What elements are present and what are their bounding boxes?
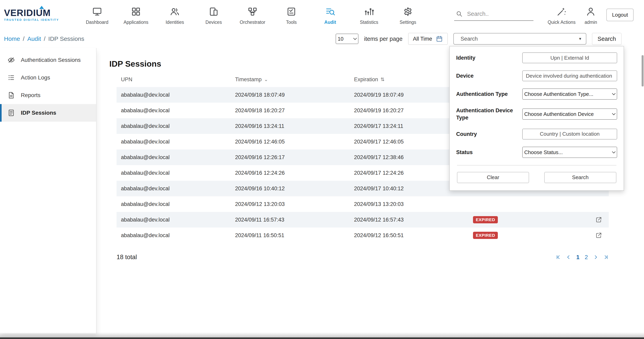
previous-page-button[interactable] [566,255,571,260]
nav-item-dashboard[interactable]: Dashboard [78,5,116,25]
nav-item-identities[interactable]: Identities [156,5,194,25]
device-input[interactable] [522,70,617,81]
status-badge-expired: EXPIRED [473,232,498,239]
timestamp-cell: 2024/09/11 16:50:51 [235,232,354,239]
logout-button[interactable]: Logout [606,8,634,21]
table-search-button[interactable]: Search [592,33,622,45]
breadcrumb-audit-link[interactable]: Audit [27,35,41,42]
statistics-icon [364,6,374,17]
nav-item-devices[interactable]: Devices [194,5,233,25]
identity-input[interactable] [522,52,617,63]
document-lines-icon [7,109,15,117]
quick-actions-label: Quick Actions [548,20,576,25]
logo-tagline: TRUSTED DIGITAL IDENTITY [4,18,65,21]
breadcrumb-current: IDP Sessions [48,35,84,42]
timestamp-cell: 2024/09/16 12:26:17 [235,154,354,160]
table-row: ababalau@dev.local 2024/09/11 16:57:43 2… [116,212,609,228]
items-per-page-select[interactable]: 10 [336,34,358,44]
global-search-input[interactable] [466,10,532,17]
veridium-logo[interactable]: VERIDIUM TRUSTED DIGITAL IDENTITY [4,8,65,21]
breadcrumb: Home / Audit / IDP Sessions [4,35,84,42]
upn-cell: ababalau@dev.local [121,232,235,239]
scrollbar-thumb[interactable] [642,55,644,86]
nav-item-statistics[interactable]: Statistics [350,5,388,25]
nav-label: Audit [324,20,336,25]
device-label: Device [456,72,517,79]
column-header-timestamp[interactable]: Timestamp⌄ [235,76,354,83]
upn-cell: ababalau@dev.local [121,170,235,176]
filter-row-country: Country [456,129,617,139]
status-cell: EXPIRED [473,216,589,223]
applications-icon [131,6,141,17]
timestamp-cell: 2024/09/16 13:24:11 [235,123,354,129]
timestamp-cell: 2024/09/16 12:24:26 [235,170,354,176]
column-header-upn[interactable]: UPN [121,76,235,83]
nav-label: Orchestrator [240,20,265,25]
sidebar-item-authentication-sessions[interactable]: Authentication Sessions [0,51,96,69]
expiration-cell: 2024/09/12 16:57:43 [354,217,473,223]
sidebar-item-label: IDP Sessions [21,110,56,116]
status-select[interactable]: Choose Status... [522,147,617,158]
report-document-icon [7,91,15,99]
apply-filters-search-button[interactable]: Search [544,172,616,183]
country-input[interactable] [522,129,617,139]
status-badge-expired: EXPIRED [473,216,498,223]
table-search-input[interactable] [453,33,586,45]
sidebar-item-idp-sessions[interactable]: IDP Sessions [0,104,96,122]
authentication-device-type-select[interactable]: Choose Authentication Device [522,108,617,120]
pagination: 1 2 [556,254,609,261]
column-label: UPN [121,76,132,83]
last-page-button[interactable] [604,255,609,260]
table-footer: 18 total 1 2 [116,254,609,261]
clear-filters-button[interactable]: Clear [457,172,529,183]
admin-menu[interactable]: admin [579,5,602,25]
nav-item-applications[interactable]: Applications [116,5,156,25]
country-label: Country [456,130,517,138]
status-label: Status [456,149,517,156]
nav-item-settings[interactable]: Settings [388,5,427,25]
column-label: Timestamp [235,76,262,83]
first-page-button[interactable] [556,255,561,260]
breadcrumb-home-link[interactable]: Home [4,35,20,42]
action-cell [589,232,609,239]
expiration-cell: 2024/09/13 13:20:03 [354,201,473,207]
logo-text: VERIDIUM [4,8,65,17]
quick-actions-button[interactable]: Quick Actions [544,5,579,25]
page-number-2[interactable]: 2 [585,254,588,261]
nav-label: Applications [124,20,148,25]
magic-wand-icon [556,6,567,17]
expiration-cell: 2024/09/12 16:50:51 [354,232,473,239]
upn-cell: ababalau@dev.local [121,139,235,145]
timestamp-cell: 2024/09/16 12:46:05 [235,139,354,145]
status-cell: EXPIRED [473,232,589,239]
page-number-1[interactable]: 1 [576,254,580,261]
upn-cell: ababalau@dev.local [121,201,235,207]
sort-icon: ⇅ [380,77,384,82]
nav-item-tools[interactable]: Tools [272,5,311,25]
identity-label: Identity [456,54,517,61]
nav-item-orchestrator[interactable]: Orchestrator [233,5,272,25]
breadcrumb-toolbar-row: Home / Audit / IDP Sessions 10 items per… [0,30,644,48]
filter-row-authentication-type: Authentication Type Choose Authenticatio… [456,88,617,100]
devices-icon [208,6,219,17]
calendar-icon [436,35,443,42]
filter-panel-divider [457,165,616,165]
next-page-button[interactable] [593,255,598,260]
bottom-edge-bar [0,338,644,339]
orchestrator-icon [247,6,258,17]
upn-cell: ababalau@dev.local [121,154,235,160]
sidebar-item-action-logs[interactable]: Action Logs [0,69,96,86]
total-count: 18 total [116,254,137,261]
nav-item-audit[interactable]: Audit [311,5,350,25]
open-session-icon[interactable] [595,216,602,223]
upn-cell: ababalau@dev.local [121,92,235,98]
filter-row-identity: Identity [456,52,617,63]
time-filter-button[interactable]: All Time [408,33,448,45]
timestamp-cell: 2024/09/12 13:20:03 [235,201,354,207]
authentication-type-select[interactable]: Choose Authentication Type... [522,88,617,100]
items-per-page-label: items per page [364,36,402,42]
filter-panel-buttons: Clear Search [456,172,617,186]
tools-icon [286,6,296,17]
open-session-icon[interactable] [595,232,602,239]
sidebar-item-reports[interactable]: Reports [0,86,96,104]
